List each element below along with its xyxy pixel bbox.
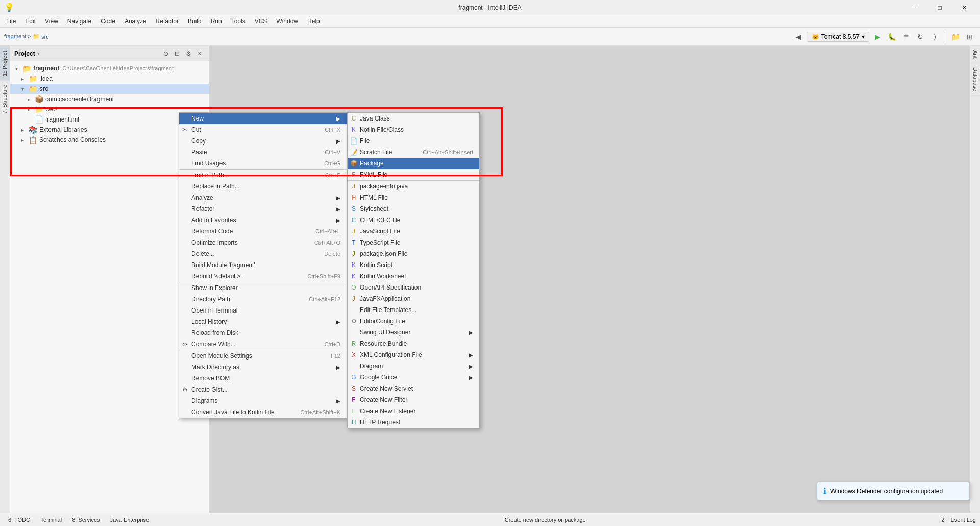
ctx-item-add-favorites[interactable]: Add to Favorites ▶ (179, 214, 347, 226)
sidebar-item-database[interactable]: Database (970, 63, 980, 96)
ctx-item-show-explorer[interactable]: Show in Explorer (179, 282, 347, 294)
ctx-item-paste[interactable]: Paste Ctrl+V (179, 147, 347, 158)
tab-java-enterprise[interactable]: Java Enterprise (106, 516, 153, 524)
sub-swing-ui[interactable]: Swing UI Designer ▶ (348, 327, 479, 338)
ctx-item-analyze[interactable]: Analyze ▶ (179, 192, 347, 203)
ctx-item-build[interactable]: Build Module 'fragment' (179, 259, 347, 271)
sub-scratch-file[interactable]: 📝 Scratch File Ctrl+Alt+Shift+Insert (348, 147, 479, 158)
ctx-item-find-usages[interactable]: Find Usages Ctrl+G (179, 158, 347, 169)
sub-javafx[interactable]: J JavaFXApplication (348, 293, 479, 304)
menu-vcs[interactable]: VCS (251, 17, 272, 26)
run-config-selector[interactable]: 🐱 Tomcat 8.5.57 ▾ (807, 32, 869, 42)
debug-button[interactable]: 🐛 (886, 31, 898, 43)
sub-create-filter[interactable]: F Create New Filter (348, 394, 479, 405)
sub-package-info[interactable]: J package-info.java (348, 180, 479, 192)
project-icon-button[interactable]: 📁 (949, 31, 962, 43)
back-button[interactable]: ◀ (793, 31, 805, 43)
menu-run[interactable]: Run (207, 17, 226, 26)
tab-terminal[interactable]: Terminal (37, 516, 66, 524)
menu-tools[interactable]: Tools (227, 17, 250, 26)
sub-typescript[interactable]: T TypeScript File (348, 237, 479, 248)
ctx-item-copy[interactable]: Copy ▶ (179, 135, 347, 147)
ctx-item-refactor[interactable]: Refactor ▶ (179, 203, 347, 214)
menu-file[interactable]: File (2, 17, 20, 26)
ctx-item-reload[interactable]: Reload from Disk (179, 327, 347, 339)
ctx-item-cut[interactable]: ✂ Cut Ctrl+X (179, 124, 347, 135)
menu-build[interactable]: Build (184, 17, 206, 26)
sidebar-item-structure[interactable]: 7: Structure (0, 80, 10, 118)
sub-package[interactable]: 📦 Package (348, 158, 479, 169)
ctx-item-compare[interactable]: ⇔ Compare With... Ctrl+D (179, 339, 347, 350)
sub-java-class[interactable]: C Java Class (348, 113, 479, 124)
menu-code[interactable]: Code (96, 17, 119, 26)
ctx-item-find-path[interactable]: Find in Path... Ctrl+F (179, 169, 347, 181)
ctx-item-module-settings[interactable]: Open Module Settings F12 (179, 350, 347, 362)
project-dropdown-icon[interactable]: ▾ (37, 51, 40, 56)
sub-xml-config[interactable]: X XML Configuration File ▶ (348, 349, 479, 361)
coverage-button[interactable]: ☂ (900, 31, 912, 43)
sub-editorconfig[interactable]: ⚙ EditorConfig File (348, 316, 479, 327)
more-button[interactable]: ⟩ (928, 31, 941, 43)
sub-edit-templates[interactable]: Edit File Templates... (348, 304, 479, 316)
sub-http-request[interactable]: H HTTP Request (348, 417, 479, 428)
sub-openapi[interactable]: O OpenAPI Specification (348, 282, 479, 293)
menu-refactor[interactable]: Refactor (152, 17, 183, 26)
ctx-item-reformat[interactable]: Reformat Code Ctrl+Alt+L (179, 226, 347, 237)
sub-file[interactable]: 📄 File (348, 135, 479, 147)
ctx-item-rebuild[interactable]: Rebuild '<default>' Ctrl+Shift+F9 (179, 271, 347, 282)
sidebar-item-ant[interactable]: Ant (970, 46, 980, 63)
collapse-button[interactable]: ⊟ (172, 49, 182, 59)
ctx-item-diagrams[interactable]: Diagrams ▶ (179, 395, 347, 407)
ctx-item-delete[interactable]: Delete... Delete (179, 248, 347, 259)
breadcrumb-root[interactable]: fragment (4, 33, 26, 39)
sub-diagram[interactable]: Diagram ▶ (348, 361, 479, 372)
sub-kotlin-class[interactable]: K Kotlin File/Class (348, 124, 479, 135)
sub-stylesheet[interactable]: S Stylesheet (348, 203, 479, 214)
close-button[interactable]: ✕ (952, 0, 976, 15)
ctx-item-local-history[interactable]: Local History ▶ (179, 316, 347, 327)
sub-resource-bundle[interactable]: R Resource Bundle (348, 338, 479, 349)
sub-kotlin-script[interactable]: K Kotlin Script (348, 259, 479, 271)
breadcrumb-child[interactable]: src (41, 34, 49, 40)
tab-todo[interactable]: 6: TODO (4, 516, 35, 524)
sub-package-json[interactable]: J package.json File (348, 248, 479, 259)
ctx-item-new[interactable]: New ▶ (179, 113, 347, 124)
menu-analyze[interactable]: Analyze (120, 17, 151, 26)
menu-edit[interactable]: Edit (21, 17, 40, 26)
sub-create-servlet[interactable]: S Create New Servlet (348, 383, 479, 394)
close-panel-button[interactable]: × (194, 49, 205, 59)
menu-help[interactable]: Help (303, 17, 324, 26)
layout-button[interactable]: ⊞ (964, 31, 976, 43)
ctx-item-dir-path[interactable]: Directory Path Ctrl+Alt+F12 (179, 294, 347, 305)
tab-services[interactable]: 8: Services (68, 516, 104, 524)
menu-navigate[interactable]: Navigate (63, 17, 95, 26)
ctx-item-remove-bom[interactable]: Remove BOM (179, 373, 347, 384)
maximize-button[interactable]: □ (928, 0, 951, 15)
minimize-button[interactable]: ─ (903, 0, 927, 15)
ctx-item-optimize[interactable]: Optimize Imports Ctrl+Alt+O (179, 237, 347, 248)
event-log-area[interactable]: 2 Event Log (937, 516, 976, 524)
sub-cfml[interactable]: C CFML/CFC file (348, 214, 479, 226)
sub-javascript[interactable]: J JavaScript File (348, 226, 479, 237)
sub-kotlin-worksheet[interactable]: K Kotlin Worksheet (348, 271, 479, 282)
sub-fxml[interactable]: F FXML File (348, 169, 479, 180)
tree-item-root[interactable]: ▾ 📁 fragment C:\Users\CaoChenLei\IdeaPro… (10, 63, 209, 74)
menu-view[interactable]: View (41, 17, 62, 26)
menu-window[interactable]: Window (272, 17, 302, 26)
tree-item-src[interactable]: ▾ 📁 src (10, 84, 209, 94)
ctx-item-replace-path[interactable]: Replace in Path... (179, 181, 347, 192)
run-button[interactable]: ▶ (871, 31, 884, 43)
sub-create-listener[interactable]: L Create New Listener (348, 405, 479, 417)
sub-html[interactable]: H HTML File (348, 192, 479, 203)
tree-item-package[interactable]: ▸ 📦 com.caochenlei.fragment (10, 94, 209, 104)
ctx-item-open-terminal[interactable]: Open in Terminal (179, 305, 347, 316)
ctx-item-create-gist[interactable]: ⚙ Create Gist... (179, 384, 347, 395)
ctx-item-mark-dir[interactable]: Mark Directory as ▶ (179, 362, 347, 373)
sync-button[interactable]: ↻ (914, 31, 926, 43)
tree-item-idea[interactable]: ▸ 📁 .idea (10, 74, 209, 84)
ctx-item-convert-kotlin[interactable]: Convert Java File to Kotlin File Ctrl+Al… (179, 407, 347, 418)
sub-google-guice[interactable]: G Google Guice ▶ (348, 372, 479, 383)
settings-button[interactable]: ⚙ (183, 49, 193, 59)
sidebar-item-project[interactable]: 1: Project (0, 46, 10, 80)
locate-button[interactable]: ⊙ (161, 49, 171, 59)
